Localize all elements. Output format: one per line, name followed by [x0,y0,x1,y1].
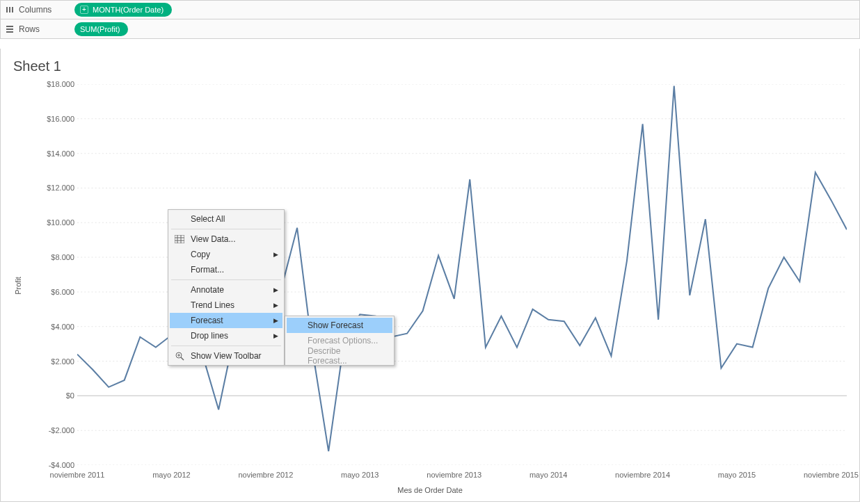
ctx-describe-forecast[interactable]: Describe Forecast... [287,348,392,364]
y-tick-label: $0 [66,391,74,400]
y-tick-label: $12.000 [47,184,74,192]
y-tick-label: $16.000 [47,115,74,123]
ctx-show-forecast[interactable]: Show Forecast [287,318,392,333]
ctx-format[interactable]: Format... [170,262,282,277]
svg-rect-5 [6,31,13,33]
svg-rect-4 [6,29,13,30]
x-axis-title: Mes de Order Date [397,486,463,494]
ctx-separator [171,229,281,229]
x-tick-label: noviembre 2013 [427,471,481,479]
columns-bars-icon [5,5,15,15]
expand-plus-icon[interactable]: + [80,6,88,14]
y-axis-title: Profit [14,277,22,295]
y-tick-label: -$4.000 [49,461,74,469]
y-tick-label: $4.000 [51,323,74,331]
submenu-arrow-icon: ▶ [273,302,278,309]
y-tick-label: $8.000 [51,253,74,261]
ctx-annotate[interactable]: Annotate ▶ [170,282,282,298]
rows-shelf[interactable]: Rows SUM(Profit) [0,19,860,39]
x-tick-label: mayo 2013 [341,471,379,479]
y-tick-label: $2.000 [51,357,74,366]
ctx-show-view-toolbar[interactable]: Show View Toolbar [170,348,282,364]
ctx-trend-lines[interactable]: Trend Lines ▶ [170,298,282,313]
y-tick-label: $18.000 [47,80,74,88]
svg-rect-18 [175,235,184,243]
columns-shelf-label: Columns [5,5,67,15]
ctx-separator [171,279,281,280]
rows-bars-icon [5,24,15,34]
x-tick-label: mayo 2015 [718,471,756,479]
ctx-copy[interactable]: Copy ▶ [170,247,282,262]
rows-pill-label: SUM(Profit) [80,25,120,33]
chart[interactable]: Profit Mes de Order Date -$4.000-$2.000$… [13,77,847,494]
rows-shelf-label: Rows [5,24,67,34]
ctx-select-all[interactable]: Select All [170,211,282,227]
x-tick-label: noviembre 2014 [615,471,670,479]
rows-label-text: Rows [19,24,40,34]
ctx-forecast[interactable]: Forecast ▶ [170,313,282,328]
columns-label-text: Columns [19,5,51,15]
magnify-icon [174,350,185,361]
x-tick-label: noviembre 2015 [804,471,859,479]
svg-rect-3 [6,26,13,27]
table-icon [174,234,185,245]
columns-pill-month-orderdate[interactable]: + MONTH(Order Date) [74,3,172,17]
submenu-arrow-icon: ▶ [273,332,278,339]
ctx-view-data[interactable]: View Data... [170,231,282,247]
columns-pill-label: MONTH(Order Date) [93,6,164,14]
y-tick-label: $14.000 [47,149,74,158]
context-menu[interactable]: Select All View Data... Copy ▶ Format...… [168,209,285,366]
sheet-view: Sheet 1 Profit Mes de Order Date -$4.000… [0,49,860,502]
forecast-submenu[interactable]: Show Forecast Forecast Options... Descri… [285,316,395,366]
y-tick-label: $6.000 [51,288,74,296]
columns-shelf[interactable]: Columns + MONTH(Order Date) [0,0,860,19]
svg-rect-0 [6,7,8,13]
ctx-separator [171,346,281,346]
x-tick-label: noviembre 2012 [238,471,293,479]
y-tick-label: $10.000 [47,218,74,227]
submenu-arrow-icon: ▶ [273,317,278,324]
submenu-arrow-icon: ▶ [273,251,278,258]
x-tick-label: mayo 2014 [529,471,567,479]
svg-line-24 [181,357,184,360]
svg-rect-1 [9,7,10,13]
y-tick-label: -$2.000 [49,426,74,434]
ctx-drop-lines[interactable]: Drop lines ▶ [170,328,282,343]
svg-rect-2 [12,7,13,13]
sheet-title: Sheet 1 [13,58,847,74]
rows-pill-sum-profit[interactable]: SUM(Profit) [74,22,128,36]
x-tick-label: mayo 2012 [152,471,190,479]
x-tick-label: noviembre 2011 [50,471,105,479]
submenu-arrow-icon: ▶ [273,286,278,293]
